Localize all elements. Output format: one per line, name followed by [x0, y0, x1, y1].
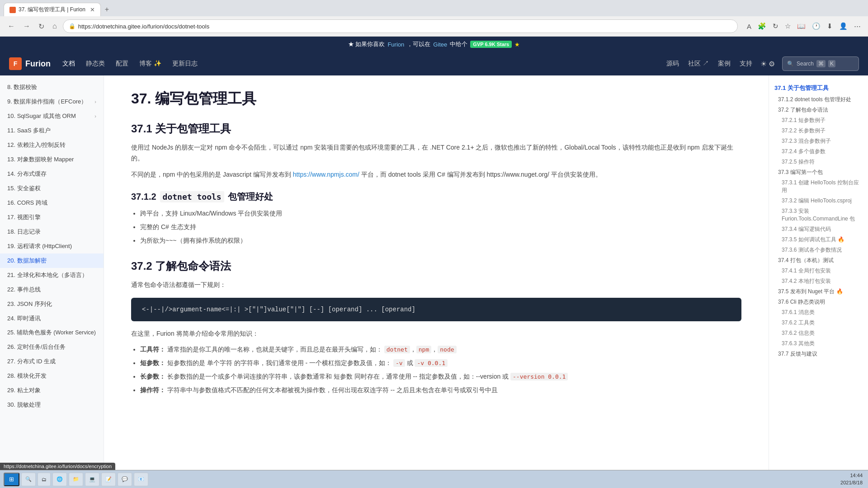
toc-item-5[interactable]: 37.2.3 混合参数例子 [774, 136, 863, 146]
section2-bullets: 工具符： 通常指的是你工具的唯一名称，也就是关键字，而且总是在最开头编写，如： … [140, 344, 741, 395]
sidebar-item-2[interactable]: 10. SqlSugar 或其他 ORM › [0, 109, 104, 123]
sidebar-item-7[interactable]: 15. 安全鉴权 [0, 181, 104, 196]
sidebar-item-4[interactable]: 12. 依赖注入/控制反转 [0, 138, 104, 152]
toc-item-10[interactable]: 37.3.2 编辑 HelloTools.csproj [774, 196, 863, 206]
sidebar-item-8[interactable]: 16. CORS 跨域 [0, 196, 104, 210]
sidebar-item-3[interactable]: 11. SaaS 多租户 [0, 123, 104, 138]
toc-item-7[interactable]: 37.2.5 操作符 [774, 157, 863, 167]
sidebar-item-18[interactable]: 26. 定时任务/后台任务 [0, 340, 104, 354]
nav-link-blog[interactable]: 博客 ✨ [138, 58, 162, 70]
sidebar-item-0[interactable]: 8. 数据校验 [0, 80, 104, 94]
extensions-icon[interactable]: 🧩 [756, 21, 768, 31]
page-title: 37. 编写包管理工具 [131, 89, 741, 109]
sidebar-item-10[interactable]: 18. 日志记录 [0, 225, 104, 239]
download-icon[interactable]: ⬇ [825, 21, 835, 31]
toc-item-3[interactable]: 37.2.1 短参数例子 [774, 115, 863, 126]
sidebar-item-13[interactable]: 21. 全球化和本地化（多语言） [0, 268, 104, 282]
sidebar-item-16[interactable]: 24. 即时通讯 [0, 311, 104, 326]
npmjs-link[interactable]: https://www.npmjs.com/ [293, 171, 359, 178]
sidebar-item-22[interactable]: 30. 脱敏处理 [0, 398, 104, 412]
toc-item-18[interactable]: 37.5 发布到 Nuget 平台 🔥 [774, 286, 863, 297]
menu-icon[interactable]: ⋯ [852, 21, 863, 31]
page-layout: 8. 数据校验 9. 数据库操作指南（EFCore） › 10. SqlSuga… [0, 75, 868, 483]
taskbar: ⊞ 🔍 🗂 🌐 📁 💻 📝 💬 📧 14:44 2021/8/18 [0, 470, 868, 483]
toc-item-21[interactable]: 37.6.2 工具类 [774, 318, 863, 328]
toc-item-11[interactable]: 37.3.3 安装 Furion.Tools.CommandLine 包 [774, 206, 863, 224]
nav-link-config[interactable]: 配置 [115, 58, 129, 70]
sidebar-item-21[interactable]: 29. 粘土对象 [0, 383, 104, 398]
toc-item-16[interactable]: 37.4.1 全局打包安装 [774, 266, 863, 276]
section2-intro: 通常包命令语法都遵循一下规则： [131, 280, 741, 291]
sidebar-item-14[interactable]: 22. 事件总线 [0, 282, 104, 297]
toc-item-19[interactable]: 37.6 Cli 静态类说明 [774, 297, 863, 307]
toc-item-12[interactable]: 37.3.4 编写逻辑代码 [774, 224, 863, 235]
brand-logo-link[interactable]: F Furion [9, 57, 51, 70]
section2-desc-intro: 在这里，Furion 将简单介绍命令常用的知识： [131, 328, 741, 339]
refresh-icon[interactable]: ↻ [771, 21, 780, 31]
nav-cases-link[interactable]: 案例 [717, 58, 731, 70]
nav-link-static[interactable]: 静态类 [85, 58, 106, 70]
toc-item-22[interactable]: 37.6.2 信息类 [774, 328, 863, 338]
sidebar-item-9[interactable]: 17. 视图引擎 [0, 210, 104, 225]
toc-item-20[interactable]: 37.6.1 消息类 [774, 307, 863, 318]
toc-item-24[interactable]: 37.7 反馈与建议 [774, 349, 863, 359]
toc-item-2[interactable]: 37.2 了解包命令语法 [774, 105, 863, 115]
toc-item-1[interactable]: 37.1.2 dotnet tools 包管理好处 [774, 94, 863, 105]
explorer-taskbar-button[interactable]: 📁 [69, 473, 83, 483]
reading-list-icon[interactable]: 📖 [795, 21, 807, 31]
sidebar-item-15[interactable]: 23. JSON 序列化 [0, 297, 104, 311]
toc-item-0[interactable]: 37.1 关于包管理工具 [774, 83, 863, 94]
toc-item-4[interactable]: 37.2.2 长参数例子 [774, 126, 863, 136]
add-tab-button[interactable]: + [103, 5, 111, 14]
nav-community-link[interactable]: 社区 ↗ [687, 58, 710, 70]
furion-link[interactable]: Furion [387, 41, 404, 48]
search-taskbar-button[interactable]: 🔍 [21, 473, 36, 483]
home-button[interactable]: ⌂ [50, 21, 59, 31]
toc-item-15[interactable]: 37.4 打包（本机）测试 [774, 255, 863, 266]
chat-taskbar-button[interactable]: 💬 [118, 473, 132, 483]
star-icon[interactable]: ☆ [783, 21, 793, 31]
task-view-button[interactable]: 🗂 [38, 473, 51, 483]
profile-icon[interactable]: 👤 [837, 21, 849, 31]
back-button[interactable]: ← [5, 21, 17, 31]
notification-bar: ★ 如果你喜欢 Furion ，可以在 Gitee 中给个 GVP 6.9K S… [0, 37, 868, 52]
gitee-link[interactable]: Gitee [433, 41, 447, 48]
active-tab[interactable]: 37. 编写包管理工具 | Furion ✕ [4, 3, 101, 16]
toc-item-14[interactable]: 37.3.6 测试各个参数情况 [774, 245, 863, 255]
toc-item-13[interactable]: 37.3.5 如何调试包工具 🔥 [774, 235, 863, 245]
toc-item-23[interactable]: 37.6.3 其他类 [774, 338, 863, 349]
translate-icon[interactable]: A [745, 21, 753, 31]
light-theme-button[interactable]: ☀ [760, 60, 767, 68]
edge-taskbar-button[interactable]: 🌐 [52, 473, 67, 483]
toc-item-8[interactable]: 37.3 编写第一个包 [774, 167, 863, 178]
search-box[interactable]: 🔍 Search ⌘ K [782, 56, 859, 71]
tab-close-button[interactable]: ✕ [90, 6, 95, 13]
dark-theme-button[interactable]: ⚙ [769, 60, 775, 68]
sidebar-item-20[interactable]: 28. 模块化开发 [0, 369, 104, 383]
sidebar-item-17[interactable]: 25. 辅助角色服务 (Worker Service) [0, 326, 104, 340]
vs-taskbar-button[interactable]: 💻 [85, 473, 99, 483]
history-icon[interactable]: 🕐 [810, 21, 822, 31]
refresh-button[interactable]: ↻ [36, 21, 47, 32]
nav-source-link[interactable]: 源码 [665, 58, 680, 70]
sidebar-item-19[interactable]: 27. 分布式 ID 生成 [0, 354, 104, 369]
sidebar-item-11[interactable]: 19. 远程请求 (HttpClient) [0, 239, 104, 253]
url-bar[interactable]: 🔒 https://dotnetchina.gitee.io/furion/do… [63, 19, 738, 33]
list-item-1: 完整的 C# 生态支持 [140, 222, 741, 233]
toc-item-6[interactable]: 37.2.4 多个值参数 [774, 146, 863, 157]
notification-middle: ，可以在 [407, 40, 430, 48]
forward-button[interactable]: → [21, 21, 33, 31]
sidebar-item-6[interactable]: 14. 分布式缓存 [0, 167, 104, 181]
toc-item-17[interactable]: 37.4.2 本地打包安装 [774, 276, 863, 286]
mail-taskbar-button[interactable]: 📧 [134, 473, 148, 483]
nav-link-changelog[interactable]: 更新日志 [171, 58, 198, 70]
start-button[interactable]: ⊞ [4, 473, 19, 483]
nav-link-docs[interactable]: 文档 [61, 58, 76, 70]
sidebar-item-12[interactable]: 20. 数据加解密 [0, 253, 104, 268]
notepad-taskbar-button[interactable]: 📝 [101, 473, 116, 483]
nav-support-link[interactable]: 支持 [739, 58, 753, 70]
sidebar-item-1[interactable]: 9. 数据库操作指南（EFCore） › [0, 94, 104, 109]
folder-icon: 📁 [73, 476, 79, 482]
sidebar-item-5[interactable]: 13. 对象数据映射 Mapper [0, 152, 104, 167]
toc-item-9[interactable]: 37.3.1 创建 HelloTools 控制台应用 [774, 178, 863, 196]
